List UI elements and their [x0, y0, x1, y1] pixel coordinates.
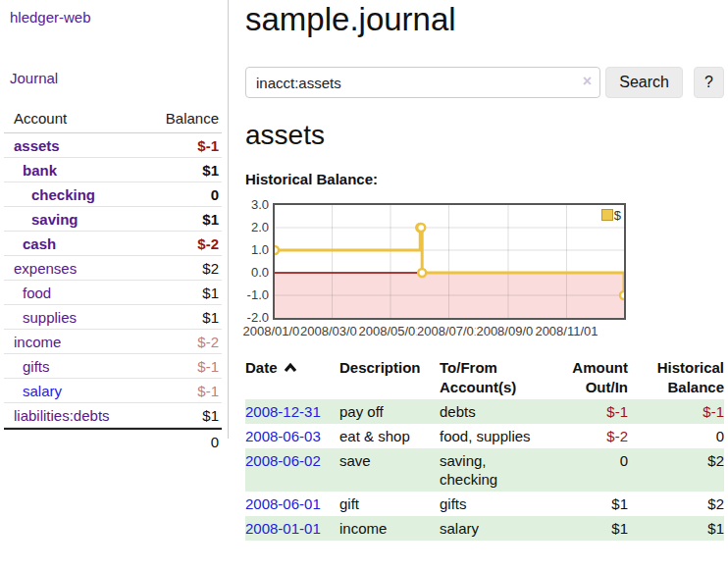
account-balance: $1 [202, 407, 219, 424]
sidebar-account-row: bank$1 [4, 158, 222, 182]
main-content: sample.journal × Search ? assets Histori… [245, 0, 724, 541]
y-axis-tick-label: 2.0 [245, 220, 269, 235]
chart-canvas [275, 205, 624, 318]
register-column-header: Date [245, 356, 339, 399]
register-row: 2008-06-01giftgifts$1$2 [245, 492, 724, 516]
transaction-description: gift [339, 492, 440, 516]
transaction-amount: $-1 [544, 399, 628, 424]
sidebar-account-row: supplies$1 [4, 305, 222, 330]
account-balance: $1 [202, 309, 219, 326]
account-balance: $-2 [197, 334, 219, 350]
register-column-header: HistoricalBalance [628, 356, 724, 399]
sidebar: hledger-web Journal Account Balance asse… [0, 0, 229, 439]
transaction-accounts: salary [440, 516, 544, 541]
sidebar-account-link-supplies[interactable]: supplies [4, 309, 77, 326]
register-column-header: Description [339, 356, 440, 399]
sidebar-account-row: gifts$-1 [4, 354, 222, 379]
register-header-row: DateDescriptionTo/FromAccount(s)AmountOu… [245, 356, 724, 399]
app-brand-link[interactable]: hledger-web [10, 9, 228, 26]
x-axis-tick-label: 2008/03/01 [299, 324, 365, 338]
sidebar-account-link-expenses[interactable]: expenses [4, 260, 77, 277]
account-balance: $2 [202, 260, 219, 277]
nav-journal-link[interactable]: Journal [10, 70, 58, 86]
accounts-header-balance: Balance [166, 110, 219, 127]
column-header-text: Amount [572, 359, 628, 376]
sidebar-accounts-body: assets$-1bank$1checking0saving$1cash$-2e… [4, 133, 222, 428]
transaction-description: income [339, 516, 440, 541]
sidebar-account-row: salary$-1 [4, 379, 222, 403]
transaction-balance: $2 [628, 492, 724, 516]
register-row: 2008-01-01incomesalary$1$1 [245, 516, 724, 541]
account-balance: $1 [202, 211, 219, 228]
sidebar-account-link-food[interactable]: food [4, 285, 51, 301]
account-title: assets [245, 121, 724, 149]
x-axis-tick-label: 2008/09/01 [475, 324, 541, 338]
x-axis-tick-label: 2008/11/01 [534, 324, 598, 338]
account-balance: $1 [202, 285, 219, 301]
sidebar-account-link-assets[interactable]: assets [4, 137, 60, 154]
transaction-accounts: food, supplies [440, 424, 544, 448]
sidebar-account-link-gifts[interactable]: gifts [4, 358, 50, 375]
sidebar-account-link-income[interactable]: income [4, 334, 61, 350]
transaction-date-link[interactable]: 2008-06-01 [245, 495, 321, 512]
transaction-balance: $1 [628, 516, 724, 541]
transaction-date-link[interactable]: 2008-12-31 [245, 403, 321, 420]
sidebar-account-link-salary[interactable]: salary [4, 383, 62, 399]
column-header-text: Account(s) [440, 379, 516, 395]
column-header-text: Historical [657, 359, 724, 376]
search-button[interactable]: Search [605, 67, 683, 98]
search-form: × Search ? [245, 67, 724, 98]
transaction-amount: 0 [544, 448, 628, 492]
account-balance: $-2 [197, 235, 219, 252]
register-column-header: To/FromAccount(s) [440, 356, 544, 399]
account-balance: $-1 [197, 383, 219, 399]
transaction-amount: $-2 [544, 424, 628, 448]
help-button[interactable]: ? [694, 67, 724, 98]
sidebar-account-link-checking[interactable]: checking [4, 186, 95, 203]
register-row: 2008-06-03eat & shopfood, supplies$-20 [245, 424, 724, 448]
transaction-balance: $2 [628, 448, 724, 492]
y-axis-tick-label: 0.0 [245, 265, 269, 281]
transaction-date-link[interactable]: 2008-01-01 [245, 520, 321, 537]
accounts-total-row: 0 [4, 428, 222, 454]
register-row: 2008-06-02savesaving, checking0$2 [245, 448, 724, 492]
accounts-panel: Account Balance assets$-1bank$1checking0… [4, 109, 222, 454]
chart-legend: $ [601, 208, 621, 223]
transaction-description: save [339, 448, 440, 492]
account-balance: 0 [211, 186, 219, 203]
page-title: sample.journal [245, 2, 724, 37]
sidebar-account-link-cash[interactable]: cash [4, 235, 56, 252]
chart-plot-area: $ [273, 203, 626, 320]
column-header-text: Description [339, 359, 421, 376]
transaction-date-link[interactable]: 2008-06-02 [245, 452, 321, 469]
account-balance: $-1 [197, 358, 219, 375]
y-axis-tick-label: 3.0 [245, 197, 269, 213]
transaction-balance: 0 [628, 424, 724, 448]
sidebar-account-row: income$-2 [4, 330, 222, 354]
accounts-header-account: Account [14, 110, 67, 127]
clear-search-icon[interactable]: × [583, 73, 592, 90]
register-column-header: AmountOut/In [544, 356, 628, 399]
sidebar-account-row: expenses$2 [4, 256, 222, 281]
x-axis-tick-label: 2008/07/01 [416, 324, 482, 338]
legend-swatch-icon [601, 209, 613, 221]
sidebar-account-link-saving[interactable]: saving [4, 211, 78, 228]
transaction-description: eat & shop [339, 424, 440, 448]
column-header-text: Out/In [586, 379, 628, 395]
y-axis-tick-label: 1.0 [245, 242, 269, 258]
transaction-amount: $1 [544, 516, 628, 541]
sidebar-account-row: saving$1 [4, 207, 222, 232]
sidebar-account-row: checking0 [4, 182, 222, 207]
accounts-table-header: Account Balance [4, 109, 222, 133]
sidebar-account-link-liabilities-debts[interactable]: liabilities:debts [4, 407, 110, 424]
sidebar-account-link-bank[interactable]: bank [4, 162, 57, 179]
search-input[interactable] [245, 67, 600, 98]
transaction-date-link[interactable]: 2008-06-03 [245, 428, 321, 444]
sidebar-account-row: food$1 [4, 281, 222, 305]
transaction-accounts: saving, checking [440, 448, 544, 492]
column-header-text: To/From [440, 359, 497, 376]
account-balance: $1 [202, 162, 219, 179]
sidebar-nav: Journal [10, 70, 228, 86]
legend-label: $ [614, 208, 621, 223]
column-header-text: Date [245, 359, 278, 376]
